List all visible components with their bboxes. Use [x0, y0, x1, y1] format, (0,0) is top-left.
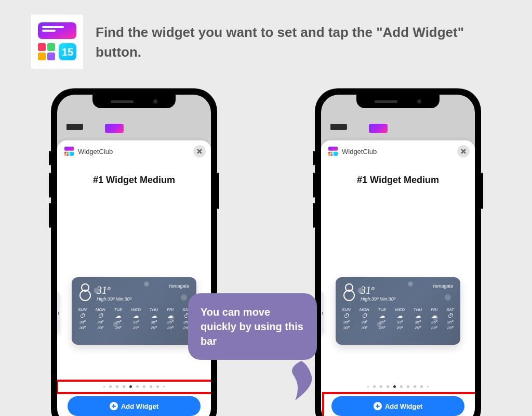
page-dot[interactable]: [427, 386, 429, 387]
widgetclub-logo-icon: 15: [38, 22, 76, 61]
forecast-high: 35º: [151, 320, 157, 324]
forecast-cond-icon: ☁: [397, 313, 403, 319]
page-dot[interactable]: [129, 385, 132, 388]
page-indicator-bar[interactable]: [57, 385, 211, 388]
page-indicator-bar[interactable]: [321, 385, 475, 388]
svg-rect-5: [38, 53, 46, 60]
forecast-day: THU ☁ 35º 29º: [150, 307, 158, 330]
forecast-high: 35º: [167, 320, 174, 324]
svg-rect-12: [64, 154, 66, 156]
page-dot[interactable]: [109, 385, 112, 388]
page-dot[interactable]: [163, 386, 165, 387]
forecast-day: SUN ⏱ 39º 30º: [342, 307, 351, 330]
page-dot[interactable]: [136, 385, 139, 388]
forecast-abbr: WED: [131, 307, 141, 312]
forecast-abbr: TUE: [114, 307, 122, 312]
page-dot[interactable]: [400, 385, 403, 388]
tooltip-tail: [286, 361, 317, 402]
plus-circle-icon: [110, 402, 118, 410]
page-dot[interactable]: [407, 385, 409, 388]
forecast-cond-icon: ⏱: [79, 313, 85, 319]
sheet-app-name: WidgetClub: [342, 148, 377, 155]
svg-rect-11: [66, 152, 69, 154]
forecast-high: 33º: [397, 320, 403, 324]
forecast-high: 33º: [133, 320, 139, 324]
svg-rect-2: [42, 30, 56, 32]
add-widget-button[interactable]: Add Widget: [331, 396, 464, 416]
forecast-abbr: THU: [150, 307, 158, 312]
forecast-day: FRI ☁ 35º 29º: [167, 307, 174, 330]
page-dot[interactable]: [367, 386, 369, 387]
forecast-day: MON ⏱ 39º 30º: [360, 307, 369, 330]
forecast-abbr: SAT: [446, 307, 454, 312]
page-dot[interactable]: [393, 385, 396, 388]
svg-rect-25: [334, 152, 338, 156]
page-dot[interactable]: [150, 385, 152, 388]
svg-rect-21: [328, 152, 330, 154]
svg-rect-23: [328, 154, 330, 156]
forecast-cond-icon: ⏱: [362, 313, 367, 319]
widget-preview-carousel[interactable]: t 31º High:39º Min:30º Yamagata: [57, 188, 211, 416]
phone-notch: [356, 95, 440, 108]
widget-preview-carousel[interactable]: t 31º High:39º Min:30º Yamagata: [321, 188, 475, 416]
weather-forecast-row: SUN ⏱ 39º 30º MON ⏱ 39º 30º TUE ☁ 35º 26…: [342, 307, 454, 330]
forecast-low: 29º: [133, 326, 139, 330]
sheet-app-icon: [328, 147, 338, 156]
forecast-high: 35º: [431, 320, 437, 324]
forecast-day: MON ⏱ 39º 30º: [96, 307, 105, 330]
snowman-icon: [342, 282, 356, 303]
forecast-low: 30º: [343, 326, 350, 330]
forecast-day: TUE ☁ 35º 26º: [114, 307, 122, 330]
prev-widget-peek[interactable]: t: [57, 291, 60, 335]
add-widget-button[interactable]: Add Widget: [68, 396, 201, 416]
widgetclub-app-icon: 15: [31, 15, 83, 69]
forecast-abbr: MON: [96, 307, 105, 312]
page-dot[interactable]: [143, 385, 145, 388]
svg-rect-13: [66, 154, 69, 156]
weather-forecast-row: SUN ⏱ 39º 30º MON ⏱ 39º 30º TUE ☁ 35º 26…: [78, 307, 190, 330]
forecast-abbr: SUN: [78, 307, 87, 312]
close-button[interactable]: [193, 145, 206, 158]
forecast-cond-icon: ⏱: [447, 313, 453, 319]
weather-location: Yamagata: [432, 283, 453, 289]
page-dot[interactable]: [373, 385, 376, 388]
prev-widget-peek[interactable]: t: [321, 291, 324, 335]
instruction-text: Find the widget you want to set and tap …: [96, 15, 511, 62]
forecast-low: 29º: [415, 326, 421, 330]
svg-text:15: 15: [62, 46, 73, 58]
widget-title: #1 Widget Medium: [321, 162, 475, 188]
forecast-high: 39º: [79, 320, 86, 324]
svg-rect-24: [330, 154, 332, 156]
forecast-cond-icon: ⏱: [343, 313, 349, 319]
homescreen-background: [330, 124, 388, 133]
forecast-low: 30º: [79, 326, 86, 330]
close-button[interactable]: [457, 145, 470, 158]
tooltip-bubble: You can move quickly by using this bar: [188, 293, 317, 360]
weather-widget-preview[interactable]: 31º High:39º Min:30º Yamagata SUN ⏱ 39º …: [336, 277, 460, 345]
widget-title: #1 Widget Medium: [57, 162, 211, 188]
weather-location: Yamagata: [168, 283, 189, 289]
forecast-day: FRI ☁ 35º 29º: [431, 307, 437, 330]
forecast-low: 26º: [115, 326, 121, 330]
forecast-low: 29º: [151, 326, 157, 330]
tooltip-text: You can move quickly by using this bar: [201, 306, 303, 347]
widget-picker-sheet: WidgetClub #1 Widget Medium t: [57, 140, 211, 416]
forecast-day: SUN ⏱ 39º 30º: [78, 307, 87, 330]
page-dot[interactable]: [116, 385, 118, 388]
page-dot[interactable]: [156, 385, 159, 388]
forecast-low: 30º: [97, 326, 103, 330]
page-dot[interactable]: [414, 385, 416, 388]
forecast-abbr: FRI: [167, 307, 174, 312]
forecast-high: 35º: [379, 320, 385, 324]
page-dot[interactable]: [123, 385, 125, 388]
close-icon: [461, 149, 466, 154]
forecast-cond-icon: ⏱: [98, 313, 103, 319]
forecast-low: 29º: [447, 326, 454, 330]
plus-circle-icon: [374, 402, 382, 410]
page-dot[interactable]: [380, 385, 382, 388]
weather-widget-preview[interactable]: 31º High:39º Min:30º Yamagata SUN ⏱ 39º …: [72, 277, 196, 345]
page-dot[interactable]: [387, 385, 389, 388]
page-dot[interactable]: [420, 385, 423, 388]
sheet-app-name: WidgetClub: [78, 148, 113, 155]
page-dot[interactable]: [103, 386, 105, 387]
